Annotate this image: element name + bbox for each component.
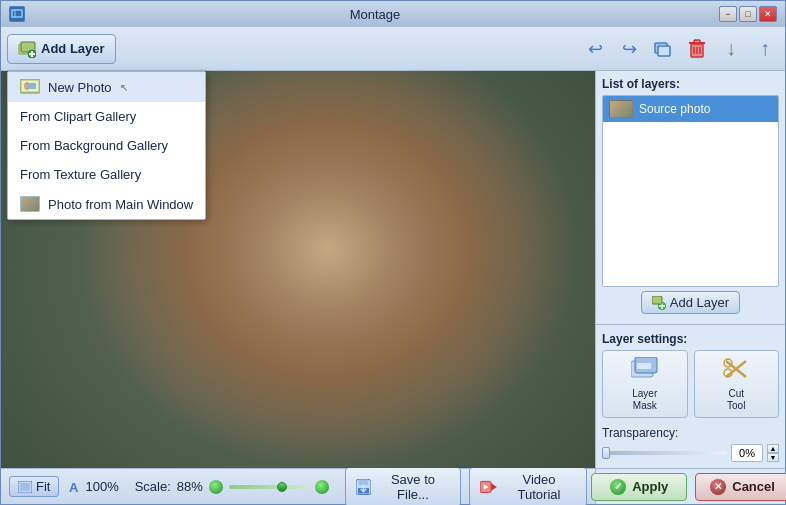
bottom-right: ✓ Apply ✕ Cancel bbox=[595, 468, 785, 504]
svg-marker-57 bbox=[491, 483, 497, 490]
add-layer-small-icon bbox=[652, 296, 666, 310]
toolbar-actions: ↩ ↪ bbox=[581, 35, 779, 63]
apply-icon: ✓ bbox=[610, 479, 626, 495]
background-label: From Background Gallery bbox=[20, 138, 168, 153]
settings-label: Layer settings: bbox=[602, 332, 687, 346]
svg-rect-9 bbox=[658, 46, 670, 56]
new-photo-label: New Photo bbox=[48, 80, 112, 95]
transparency-label: Transparency: bbox=[602, 426, 779, 440]
cut-tool-label: Cut Tool bbox=[727, 388, 745, 411]
scale-info: Scale: 88% bbox=[135, 479, 329, 494]
zoom-info: A 100% bbox=[67, 479, 118, 494]
font-icon: A bbox=[67, 480, 81, 494]
copy-button[interactable] bbox=[649, 35, 677, 63]
svg-rect-19 bbox=[28, 83, 36, 89]
delete-icon bbox=[688, 39, 706, 59]
save-to-file-button[interactable]: Save to File... bbox=[345, 467, 461, 506]
add-layer-small-label: Add Layer bbox=[670, 295, 729, 310]
cancel-button[interactable]: ✕ Cancel bbox=[695, 473, 786, 501]
add-layer-button[interactable]: Add Layer bbox=[7, 34, 116, 64]
add-layer-bottom: Add Layer bbox=[602, 287, 779, 318]
spinner-down[interactable]: ▼ bbox=[767, 453, 779, 462]
move-down-button[interactable]: ↓ bbox=[717, 35, 745, 63]
apply-label: Apply bbox=[632, 479, 668, 494]
add-layer-icon bbox=[18, 40, 36, 58]
window-title: Montage bbox=[31, 7, 719, 22]
scale-value: 88% bbox=[177, 479, 203, 494]
clipart-label: From Clipart Gallery bbox=[20, 109, 136, 124]
layers-label: List of layers: bbox=[602, 77, 779, 91]
cursor-indicator: ↖ bbox=[120, 82, 128, 93]
main-window: Montage − □ ✕ Add Layer ↩ ↪ bbox=[0, 0, 786, 505]
scale-slider-thumb bbox=[277, 482, 287, 492]
transparency-slider[interactable] bbox=[602, 451, 727, 455]
dropdown-item-clipart[interactable]: From Clipart Gallery bbox=[8, 102, 205, 131]
layer-mask-label: Layer Mask bbox=[632, 388, 657, 411]
dropdown-item-texture[interactable]: From Texture Gallery bbox=[8, 160, 205, 189]
slider-thumb bbox=[602, 447, 610, 459]
layers-section: List of layers: Source photo bbox=[596, 71, 785, 324]
cancel-icon: ✕ bbox=[710, 479, 726, 495]
svg-rect-41 bbox=[652, 296, 662, 304]
layer-mask-button[interactable]: Layer Mask bbox=[602, 350, 688, 418]
svg-rect-50 bbox=[20, 483, 30, 491]
video-tutorial-button[interactable]: Video Tutorial bbox=[469, 467, 587, 506]
add-layer-dropdown: New Photo ↖ From Clipart Gallery From Ba… bbox=[7, 71, 206, 220]
layers-list[interactable]: Source photo bbox=[602, 95, 779, 287]
layer-item-source[interactable]: Source photo bbox=[603, 96, 778, 122]
right-panel: List of layers: Source photo bbox=[595, 71, 785, 468]
main-window-label: Photo from Main Window bbox=[48, 197, 193, 212]
svg-rect-12 bbox=[694, 40, 700, 43]
app-icon bbox=[9, 6, 25, 22]
fit-icon bbox=[18, 481, 32, 493]
save-icon bbox=[356, 479, 371, 495]
tutorial-label: Video Tutorial bbox=[502, 472, 576, 502]
add-layer-label: Add Layer bbox=[41, 41, 105, 56]
layer-settings-section: Layer settings: Layer Mask bbox=[596, 324, 785, 468]
new-photo-icon bbox=[20, 79, 40, 95]
spinner-up[interactable]: ▲ bbox=[767, 444, 779, 453]
scale-indicator bbox=[209, 480, 223, 494]
close-button[interactable]: ✕ bbox=[759, 6, 777, 22]
fit-button[interactable]: Fit bbox=[9, 476, 59, 497]
transparency-row: ▲ ▼ bbox=[602, 444, 779, 462]
zoom-value: 100% bbox=[85, 479, 118, 494]
scale-max-indicator bbox=[315, 480, 329, 494]
save-label: Save to File... bbox=[376, 472, 450, 502]
svg-text:A: A bbox=[69, 480, 79, 494]
bottom-left: Fit A 100% Scale: 88% bbox=[1, 468, 595, 504]
maximize-button[interactable]: □ bbox=[739, 6, 757, 22]
dropdown-item-main-window[interactable]: Photo from Main Window bbox=[8, 189, 205, 219]
cut-tool-icon bbox=[699, 357, 775, 385]
transparency-input[interactable] bbox=[731, 444, 763, 462]
layer-name: Source photo bbox=[639, 102, 710, 116]
add-layer-small-button[interactable]: Add Layer bbox=[641, 291, 740, 314]
move-down-icon: ↓ bbox=[726, 37, 736, 60]
delete-button[interactable] bbox=[683, 35, 711, 63]
redo-icon: ↪ bbox=[622, 38, 637, 60]
move-up-icon: ↑ bbox=[760, 37, 770, 60]
redo-button[interactable]: ↪ bbox=[615, 35, 643, 63]
cut-tool-button[interactable]: Cut Tool bbox=[694, 350, 780, 418]
transparency-container: Transparency: ▲ ▼ bbox=[602, 426, 779, 462]
cancel-label: Cancel bbox=[732, 479, 775, 494]
scale-label: Scale: bbox=[135, 479, 171, 494]
fit-label: Fit bbox=[36, 479, 50, 494]
undo-button[interactable]: ↩ bbox=[581, 35, 609, 63]
undo-icon: ↩ bbox=[588, 38, 603, 60]
texture-label: From Texture Gallery bbox=[20, 167, 141, 182]
scale-slider[interactable] bbox=[229, 485, 309, 489]
video-icon bbox=[480, 479, 497, 495]
move-up-button[interactable]: ↑ bbox=[751, 35, 779, 63]
dropdown-item-background[interactable]: From Background Gallery bbox=[8, 131, 205, 160]
spinner-buttons: ▲ ▼ bbox=[767, 444, 779, 462]
bottom-section: Fit A 100% Scale: 88% bbox=[1, 468, 785, 504]
title-bar: Montage − □ ✕ bbox=[1, 1, 785, 27]
copy-icon bbox=[653, 40, 673, 58]
dropdown-item-new-photo[interactable]: New Photo ↖ bbox=[8, 72, 205, 102]
main-window-thumb bbox=[20, 196, 40, 212]
apply-button[interactable]: ✓ Apply bbox=[591, 473, 687, 501]
minimize-button[interactable]: − bbox=[719, 6, 737, 22]
toolbar: Add Layer ↩ ↪ bbox=[1, 27, 785, 71]
layer-thumbnail bbox=[609, 100, 633, 118]
